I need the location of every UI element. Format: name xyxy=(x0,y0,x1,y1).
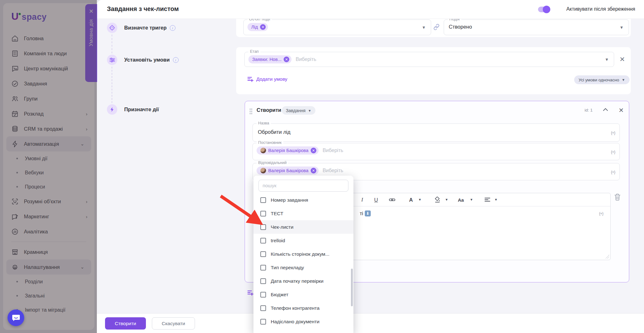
remove-action-icon[interactable]: ✕ xyxy=(619,106,624,114)
chevron-down-icon[interactable]: ▼ xyxy=(418,198,421,201)
checkbox[interactable] xyxy=(260,197,266,203)
dropdown-caret-icon[interactable]: ▼ xyxy=(422,25,426,30)
add-condition-button[interactable]: Додати умову xyxy=(247,76,287,82)
dropdown-item[interactable]: Дата початку перевірки xyxy=(253,274,353,288)
conditions-mode-select[interactable]: Усі умови одночасно▼ xyxy=(574,75,630,84)
drag-handle[interactable] xyxy=(249,108,253,115)
checkbox[interactable] xyxy=(260,265,266,270)
conditional-action-panel: ✕ Умовна дія Завдання з чек-листом Актив… xyxy=(97,0,644,333)
dropdown-item-label: Дата початку перевірки xyxy=(271,278,324,284)
step-define-trigger: Визначте тригер i xyxy=(107,23,175,33)
insert-token-button[interactable]: {+} xyxy=(611,169,615,174)
responsible-label: Відповідальний xyxy=(257,161,288,165)
responsible-placeholder: Виберіть xyxy=(323,168,343,173)
chat-launcher-button[interactable] xyxy=(8,309,24,326)
event-object-label: Об'єкт події xyxy=(247,19,272,21)
checklist-field-dropdown: Номер завданняТЕСТЧек-листиtrelloidКільк… xyxy=(253,176,353,333)
create-button[interactable]: Створити xyxy=(105,317,146,330)
avatar xyxy=(260,148,266,153)
dropdown-item[interactable]: Телефон контрагента xyxy=(253,301,353,315)
dropdown-caret-icon[interactable]: ▼ xyxy=(619,25,624,30)
chip-remove-icon[interactable]: ✕ xyxy=(311,148,316,153)
collapse-card-icon[interactable] xyxy=(603,108,608,111)
chip-remove-icon[interactable]: ✕ xyxy=(311,168,316,173)
underline-button[interactable]: U xyxy=(374,196,378,204)
cancel-button[interactable]: Скасувати xyxy=(152,317,195,330)
step-label: Установіть умови xyxy=(124,57,170,63)
event-object-chip: Лід ✕ xyxy=(247,23,268,31)
dropdown-item[interactable]: Бюджет xyxy=(253,288,353,301)
dropdown-item-label: Бюджет xyxy=(271,292,288,298)
dropdown-item-label: Чек-листи xyxy=(271,224,293,230)
avatar xyxy=(260,168,266,173)
stage-label: Етап xyxy=(248,49,260,54)
insert-token-button[interactable]: {+} xyxy=(611,149,615,154)
responsible-chip: Валерія Башкірова ✕ xyxy=(257,166,319,175)
author-placeholder: Виберіть xyxy=(323,148,343,153)
dropdown-item[interactable]: ТЕСТ xyxy=(253,207,353,220)
author-field[interactable]: Постановник Валерія Башкірова ✕ Виберіть… xyxy=(253,143,620,160)
dropdown-item[interactable]: Кількість сторінок докум... xyxy=(253,247,353,261)
checkbox[interactable] xyxy=(260,211,266,216)
step-connector xyxy=(112,35,112,53)
down-arrow-emoji: ⬇ xyxy=(365,210,371,216)
chip-remove-icon[interactable]: ✕ xyxy=(284,57,289,62)
add-action-button[interactable] xyxy=(247,290,253,296)
align-button[interactable] xyxy=(485,196,490,204)
insert-token-button[interactable]: {+} xyxy=(611,130,615,135)
activate-after-save-toggle[interactable] xyxy=(538,7,550,12)
event-object-field[interactable]: Об'єкт події Лід ✕ ▼ xyxy=(243,19,431,35)
chevron-down-icon: ▼ xyxy=(622,78,625,82)
action-title: Створити xyxy=(257,107,281,113)
resize-handle[interactable] xyxy=(605,255,609,259)
chevron-down-icon[interactable]: ▼ xyxy=(445,198,448,201)
insert-token-button[interactable]: {+} xyxy=(599,211,603,216)
checkbox[interactable] xyxy=(260,292,266,298)
highlight-color-button[interactable] xyxy=(435,196,440,204)
link-fields-icon[interactable] xyxy=(433,23,440,31)
dropdown-item[interactable]: Номер завдання xyxy=(253,193,353,207)
remove-condition-icon[interactable]: ✕ xyxy=(619,56,625,63)
dropdown-search-input[interactable] xyxy=(258,180,348,192)
checkbox[interactable] xyxy=(260,251,266,257)
event-field[interactable]: Подія Створено ▼ xyxy=(444,19,629,35)
italic-button[interactable]: I xyxy=(361,196,363,204)
checkbox[interactable] xyxy=(260,238,266,243)
action-id: id: 1 xyxy=(585,108,593,112)
dropdown-item[interactable]: Тип перекладу xyxy=(253,261,353,274)
chat-bubble-icon xyxy=(12,314,20,322)
dropdown-item[interactable]: Надіслано документи xyxy=(253,315,353,328)
step-connector xyxy=(112,67,112,103)
dropdown-item-label: Тип перекладу xyxy=(271,265,304,270)
stage-field[interactable]: Етап Заявки: Нов... ✕ Виберіть ▼ xyxy=(244,52,614,67)
step-assign-actions: Призначте дії xyxy=(107,104,159,115)
dropdown-item[interactable]: Чек-листи xyxy=(253,220,353,234)
checkbox[interactable] xyxy=(260,305,266,311)
activate-after-save-label: Активувати після збереження xyxy=(566,6,635,12)
chevron-down-icon[interactable]: ▼ xyxy=(494,198,497,201)
checkbox[interactable] xyxy=(260,224,266,230)
dropdown-caret-icon[interactable]: ▼ xyxy=(605,57,609,62)
actions-bolt-icon xyxy=(107,104,117,115)
panel-body: Визначте тригер i Установіть умови i При… xyxy=(97,19,644,313)
chip-remove-icon[interactable]: ✕ xyxy=(260,24,266,30)
delete-description-icon[interactable] xyxy=(614,194,621,201)
info-icon[interactable]: i xyxy=(170,25,175,31)
info-icon[interactable]: i xyxy=(173,57,179,63)
stage-chip: Заявки: Нов... ✕ xyxy=(248,55,291,63)
font-size-button[interactable]: Aa xyxy=(458,196,464,204)
dropdown-scrollbar[interactable] xyxy=(351,269,353,306)
dropdown-item[interactable]: trelloid xyxy=(253,234,353,247)
checkbox[interactable] xyxy=(260,278,266,284)
checkbox[interactable] xyxy=(260,319,266,325)
action-type-select[interactable]: Завдання▼ xyxy=(282,106,315,115)
conditions-sliders-icon xyxy=(107,55,117,65)
modal-backdrop[interactable] xyxy=(0,0,97,333)
font-color-button[interactable]: A xyxy=(409,196,413,204)
insert-link-icon[interactable] xyxy=(389,196,395,204)
chevron-down-icon[interactable]: ▼ xyxy=(470,198,473,201)
editor-visible-text: ті ⬇ xyxy=(360,210,371,216)
author-chip: Валерія Башкірова ✕ xyxy=(257,146,319,155)
task-name-field[interactable]: Назва Обробити лід {+} xyxy=(253,123,620,142)
dropdown-item-label: Номер завдання xyxy=(271,197,308,203)
